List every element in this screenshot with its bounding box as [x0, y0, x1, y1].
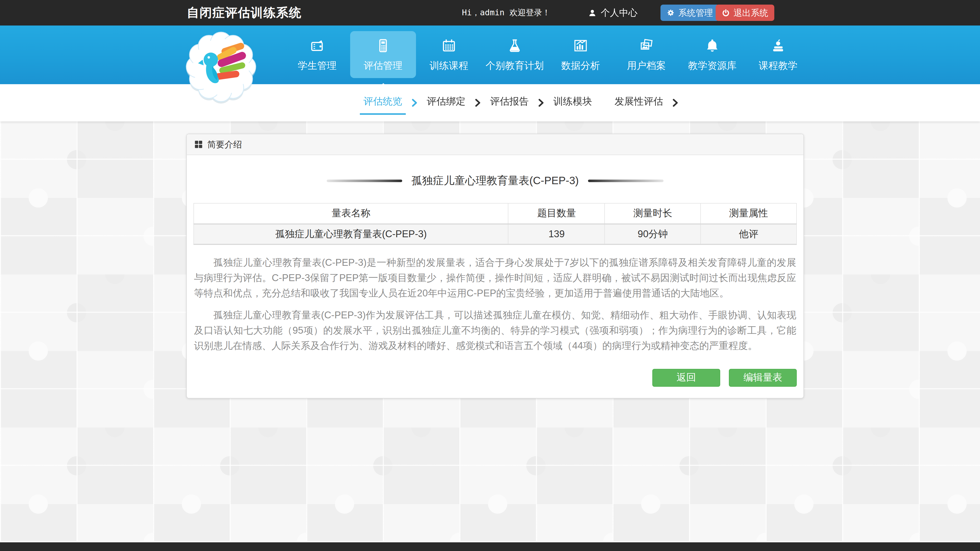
gear-icon [667, 9, 675, 17]
subnav-item-developmental-assessment[interactable]: 发展性评估 [610, 91, 668, 115]
chevron-right-icon [475, 98, 481, 107]
nav-item-course-teaching[interactable]: 课程教学 [745, 31, 811, 78]
description-paragraph: 孤独症儿童心理教育量表(C-PEP-3)是一种新型的发展量表，适合于身心发展处于… [194, 255, 796, 301]
table-body: 孤独症儿童心理教育量表(C-PEP-3)13990分钟他评 [194, 224, 797, 244]
button-row: 返回 编辑量表 [193, 368, 797, 386]
subnav-item-assessment-report[interactable]: 评估报告 [485, 91, 533, 115]
subnav-list: 评估统览评估绑定评估报告训练模块发展性评估 [359, 84, 683, 121]
calculator-icon [375, 38, 391, 54]
table-header-row: 量表名称题目数量测量时长测量属性 [194, 203, 797, 224]
subnav-item-assessment-overview[interactable]: 评估统览 [359, 91, 407, 115]
nav-item-training-course[interactable]: 训练课程 [416, 31, 482, 78]
user-icon [588, 8, 597, 17]
nav-item-label: 教学资源库 [688, 59, 737, 73]
logout-label: 退出系统 [733, 7, 768, 19]
panel-header-title: 简要介绍 [207, 138, 242, 150]
app-logo[interactable] [185, 29, 257, 106]
nav-item-label: 学生管理 [298, 59, 337, 73]
app-title: 自闭症评估训练系统 [187, 0, 302, 25]
description-paragraph: 孤独症儿童心理教育量表(C-PEP-3)作为发展评估工具，可以描述孤独症儿童在模… [194, 307, 796, 353]
personal-center-link[interactable]: 个人中心 [588, 0, 638, 25]
nav-item-student-management[interactable]: 学生管理 [284, 31, 350, 78]
chevron-right-icon [538, 98, 544, 107]
decor-line-right [588, 179, 663, 182]
table-cell: 他评 [700, 224, 797, 244]
column-header: 测量时长 [605, 203, 701, 224]
decor-line-left [327, 179, 402, 182]
nav-item-label: 用户档案 [627, 59, 666, 73]
flask-icon [507, 38, 523, 54]
nav-item-user-archive[interactable]: 用户档案 [614, 31, 679, 78]
column-header: 测量属性 [700, 203, 797, 224]
nav-item-iep[interactable]: 个别教育计划 [482, 31, 548, 78]
nav-item-label: 个别教育计划 [486, 59, 544, 73]
page-background: 简要介绍 孤独症儿童心理教育量表(C-PEP-3) 量表名称题目数量测量时长测量… [0, 121, 980, 542]
nav-item-label: 训练课程 [430, 59, 468, 73]
main-navbar: 学生管理评估管理训练课程个别教育计划数据分析用户档案教学资源库课程教学 [0, 25, 980, 84]
intro-panel: 简要介绍 孤独症儿童心理教育量表(C-PEP-3) 量表名称题目数量测量时长测量… [186, 134, 804, 398]
screen: 自闭症评估训练系统 Hi，admin 欢迎登录！ 个人中心 系统管理 退出系统 … [0, 0, 980, 551]
column-header: 量表名称 [194, 203, 508, 224]
bell-icon [704, 38, 720, 54]
subnav-item-assessment-binding[interactable]: 评估绑定 [422, 91, 470, 115]
chart-icon [573, 38, 589, 54]
footer-bar [0, 542, 980, 551]
nav-item-data-analysis[interactable]: 数据分析 [548, 31, 614, 78]
panel-header: 简要介绍 [187, 134, 803, 155]
column-header: 题目数量 [508, 203, 605, 224]
power-icon [722, 9, 730, 17]
photos-icon [638, 38, 654, 54]
logout-button[interactable]: 退出系统 [716, 5, 774, 21]
scale-table: 量表名称题目数量测量时长测量属性 孤独症儿童心理教育量表(C-PEP-3)139… [193, 203, 797, 245]
grid-icon [194, 140, 203, 148]
table-cell: 孤独症儿童心理教育量表(C-PEP-3) [194, 224, 508, 244]
books-icon [770, 38, 786, 54]
system-manage-button[interactable]: 系统管理 [660, 5, 719, 21]
subnav-item-training-module[interactable]: 训练模块 [549, 91, 597, 115]
welcome-text: Hi，admin 欢迎登录！ [462, 0, 550, 25]
calendar-icon [441, 38, 457, 54]
personal-center-label: 个人中心 [601, 6, 638, 19]
chevron-right-icon [411, 98, 417, 107]
main-nav: 学生管理评估管理训练课程个别教育计划数据分析用户档案教学资源库课程教学 [284, 25, 815, 84]
nav-item-label: 数据分析 [561, 59, 600, 73]
topbar: 自闭症评估训练系统 Hi，admin 欢迎登录！ 个人中心 系统管理 退出系统 [0, 0, 980, 25]
nav-item-teaching-resources[interactable]: 教学资源库 [679, 31, 745, 78]
nav-item-assessment-management[interactable]: 评估管理 [350, 31, 416, 78]
scale-title: 孤独症儿童心理教育量表(C-PEP-3) [411, 173, 579, 188]
subnav: 评估统览评估绑定评估报告训练模块发展性评估 [0, 84, 980, 121]
table-cell: 90分钟 [605, 224, 701, 244]
scale-description: 孤独症儿童心理教育量表(C-PEP-3)是一种新型的发展量表，适合于身心发展处于… [193, 255, 797, 353]
edit-scale-button[interactable]: 编辑量表 [729, 368, 797, 386]
system-manage-label: 系统管理 [678, 7, 713, 19]
bird-cloud-logo-icon [185, 29, 257, 106]
back-button[interactable]: 返回 [652, 368, 720, 386]
chevron-right-icon [672, 98, 678, 107]
scale-title-row: 孤独症儿童心理教育量表(C-PEP-3) [193, 173, 797, 188]
table-cell: 139 [508, 224, 605, 244]
nav-item-label: 课程教学 [759, 59, 797, 73]
wallet-icon [309, 38, 325, 54]
nav-item-label: 评估管理 [364, 59, 402, 73]
panel-body: 孤独症儿童心理教育量表(C-PEP-3) 量表名称题目数量测量时长测量属性 孤独… [187, 173, 803, 398]
table-row: 孤独症儿童心理教育量表(C-PEP-3)13990分钟他评 [194, 224, 797, 244]
